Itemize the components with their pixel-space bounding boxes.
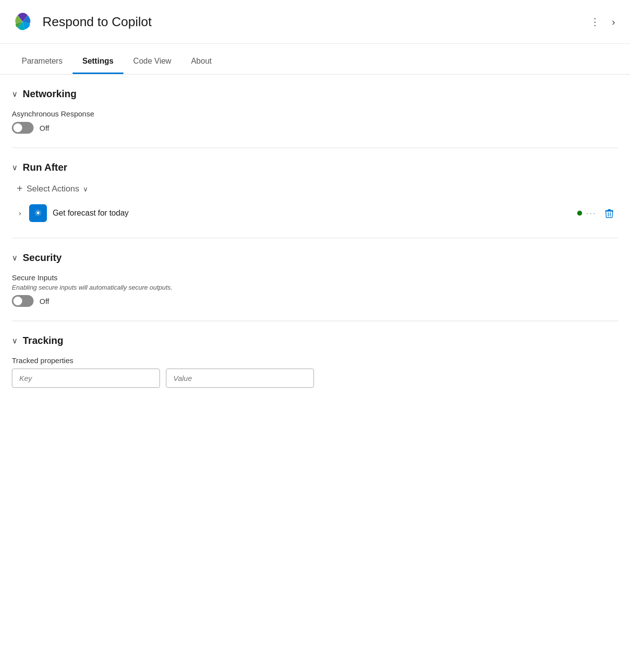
action-name: Get forecast for today (53, 209, 571, 218)
networking-section-title: Networking (23, 88, 77, 100)
tracking-chevron-icon: ∨ (12, 336, 18, 345)
tracked-key-input[interactable] (12, 369, 160, 388)
tracked-value-input[interactable] (166, 369, 314, 388)
tab-parameters[interactable]: Parameters (12, 49, 73, 74)
app-logo (10, 9, 36, 35)
vertical-dots-icon: ⋮ (590, 16, 601, 28)
secure-inputs-label: Secure Inputs (12, 273, 618, 282)
tracking-body: Tracked properties (12, 356, 618, 388)
run-after-body: + Select Actions ∨ › ☀ Get forecast for … (12, 183, 618, 224)
security-body: Secure Inputs Enabling secure inputs wil… (12, 273, 618, 307)
action-item: › ☀ Get forecast for today ··· (17, 202, 618, 224)
run-after-section-title: Run After (23, 162, 67, 173)
security-chevron-icon: ∨ (12, 253, 18, 262)
tab-about[interactable]: About (181, 49, 222, 74)
select-actions-label: Select Actions (27, 184, 79, 194)
tracking-section: ∨ Tracking Tracked properties (12, 321, 618, 402)
action-dots-icon: ··· (586, 208, 596, 219)
secure-inputs-toggle[interactable] (12, 295, 34, 307)
secure-inputs-toggle-row: Off (12, 295, 618, 307)
header-actions: ⋮ › (587, 13, 618, 31)
networking-body: Asynchronous Response Off (12, 110, 618, 134)
tracked-properties-label: Tracked properties (12, 356, 618, 365)
select-actions-chevron-icon: ∨ (83, 185, 88, 193)
svg-rect-2 (608, 209, 611, 210)
tracked-fields-row (12, 369, 618, 388)
action-icon-box: ☀ (29, 204, 47, 222)
settings-content: ∨ Networking Asynchronous Response Off ∨… (0, 75, 630, 421)
security-section: ∨ Security Secure Inputs Enabling secure… (12, 238, 618, 321)
run-after-chevron-icon: ∨ (12, 163, 18, 172)
security-section-title: Security (23, 252, 62, 263)
select-actions-row[interactable]: + Select Actions ∨ (17, 183, 618, 194)
status-dot-icon (577, 211, 582, 216)
networking-chevron-icon: ∨ (12, 89, 18, 99)
more-options-button[interactable]: ⋮ (587, 13, 604, 31)
secure-inputs-sublabel: Enabling secure inputs will automaticall… (12, 284, 618, 291)
async-response-toggle[interactable] (12, 122, 34, 134)
tab-code-view[interactable]: Code View (123, 49, 181, 74)
delete-action-button[interactable] (600, 205, 618, 221)
plus-icon: + (17, 183, 23, 194)
run-after-section-header[interactable]: ∨ Run After (12, 162, 618, 173)
tab-settings[interactable]: Settings (73, 49, 123, 74)
header: Respond to Copilot ⋮ › (0, 0, 630, 44)
secure-inputs-toggle-label: Off (39, 297, 49, 305)
async-response-toggle-label: Off (39, 124, 49, 132)
tabs-container: Parameters Settings Code View About (0, 49, 630, 75)
networking-section-header[interactable]: ∨ Networking (12, 88, 618, 100)
close-panel-button[interactable]: › (609, 13, 618, 31)
security-section-header[interactable]: ∨ Security (12, 252, 618, 263)
forecast-icon: ☀ (34, 208, 42, 219)
networking-section: ∨ Networking Asynchronous Response Off (12, 75, 618, 148)
trash-icon (603, 207, 615, 219)
action-expand-icon[interactable]: › (17, 207, 23, 219)
async-response-label: Asynchronous Response (12, 110, 618, 118)
run-after-section: ∨ Run After + Select Actions ∨ › ☀ Get f… (12, 148, 618, 238)
async-response-toggle-row: Off (12, 122, 618, 134)
tracking-section-header[interactable]: ∨ Tracking (12, 335, 618, 346)
tracking-section-title: Tracking (23, 335, 63, 346)
action-status-row: ··· (577, 205, 618, 221)
chevron-right-icon: › (612, 16, 615, 28)
page-title: Respond to Copilot (42, 14, 152, 30)
header-left: Respond to Copilot (10, 9, 152, 35)
